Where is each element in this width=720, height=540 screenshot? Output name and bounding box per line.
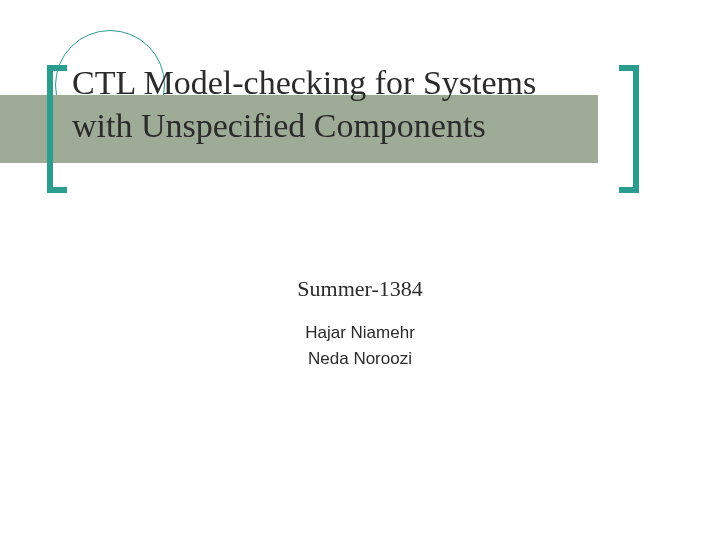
author-name: Hajar Niamehr <box>0 320 720 346</box>
authors-block: Hajar Niamehr Neda Noroozi <box>0 320 720 371</box>
bracket-right-icon <box>619 65 639 193</box>
bracket-left-icon <box>47 65 67 193</box>
author-name: Neda Noroozi <box>0 346 720 372</box>
slide-subtitle: Summer-1384 <box>0 276 720 302</box>
slide-title: CTL Model-checking for Systems with Unsp… <box>72 62 592 147</box>
